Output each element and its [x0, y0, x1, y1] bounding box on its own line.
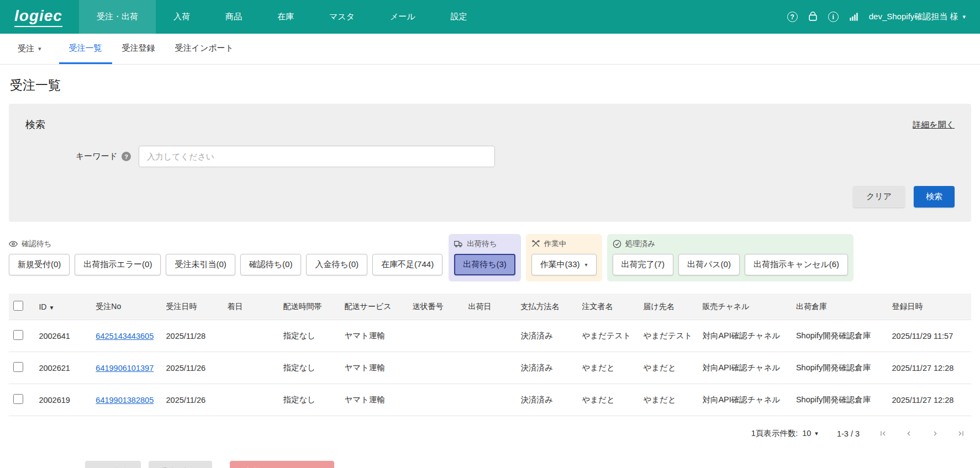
ship-cancel-button[interactable]: 出荷指示キャンセル	[230, 461, 334, 468]
cell-delivery-service: ヤマト運輸	[340, 320, 408, 352]
status-button-ship-cancel[interactable]: 出荷指示キャンセル(6)	[745, 254, 848, 275]
cell-warehouse: Shopify開発確認倉庫	[792, 320, 888, 352]
order-no-link[interactable]: 6419906101397	[96, 364, 154, 373]
cell-order-date: 2025/11/26	[162, 352, 223, 384]
subnav: 受注 ▾ 受注一覧 受注登録 受注インポート	[0, 34, 980, 65]
order-section-dropdown[interactable]: 受注 ▾	[10, 34, 49, 64]
order-confirm-button[interactable]: 受注確認 ▾	[149, 461, 213, 468]
search-title: 検索	[25, 118, 45, 131]
status-group-title: 処理済み	[625, 239, 655, 249]
nav-item-settings[interactable]: 設定	[433, 0, 485, 34]
nav-item-mail[interactable]: メール	[372, 0, 433, 34]
logo-text: logiec	[14, 7, 62, 27]
cell-recipient: やまだテスト	[639, 320, 698, 352]
cell-ship-date	[464, 320, 517, 352]
cell-id: 2002621	[34, 352, 91, 384]
nav-item-master[interactable]: マスタ	[312, 0, 372, 34]
main-nav: 受注・出荷 入荷 商品 在庫 マスタ メール 設定	[79, 0, 485, 34]
nav-item-order-shipment[interactable]: 受注・出荷	[79, 0, 156, 34]
page-title: 受注一覧	[10, 77, 970, 94]
status-button-payment-waiting[interactable]: 入金待ち(0)	[306, 254, 367, 275]
last-page-icon[interactable]	[956, 429, 966, 438]
status-group-ship-waiting: 出荷待ち 出荷待ち(3)	[449, 234, 521, 281]
user-name: dev_Shopify確認担当 様	[869, 12, 958, 22]
chevron-down-icon: ▾	[962, 14, 966, 20]
pagination-range: 1-3 / 3	[837, 429, 860, 438]
sort-desc-icon: ▼	[49, 305, 54, 311]
row-checkbox[interactable]	[13, 362, 23, 372]
cell-orderer: やまだと	[577, 384, 639, 416]
next-page-icon[interactable]	[930, 429, 940, 438]
cell-arrival-date	[223, 384, 279, 416]
logiec-logo[interactable]: logiec	[0, 0, 79, 34]
cell-channel: 対向API確認チャネル	[698, 352, 792, 384]
cell-registered: 2025/11/27 12:28	[888, 384, 971, 416]
keyword-help-icon[interactable]: ?	[122, 152, 131, 161]
status-button-ship-error[interactable]: 出荷指示エラー(0)	[75, 254, 161, 275]
nav-item-products[interactable]: 商品	[208, 0, 260, 34]
order-table: ID▼ 受注No 受注日時 着日 配送時間帯 配送サービス 送状番号 出荷日 支…	[9, 294, 971, 416]
tools-icon	[531, 240, 540, 248]
cell-ship-date	[464, 384, 517, 416]
column-header-payment: 支払方法名	[516, 294, 577, 320]
cell-payment: 決済済み	[516, 384, 577, 416]
cell-registered: 2025/11/27 12:28	[888, 352, 971, 384]
chevron-down-icon: ▾	[38, 46, 41, 52]
select-all-checkbox[interactable]	[13, 301, 23, 311]
cell-payment: 決済済み	[516, 352, 577, 384]
info-icon[interactable]: i	[828, 12, 839, 22]
order-dropdown-label: 受注	[18, 44, 34, 54]
user-menu[interactable]: dev_Shopify確認担当 様 ▾	[869, 12, 966, 22]
csv-export-button[interactable]: CSV出力	[85, 461, 141, 468]
status-button-working[interactable]: 作業中(33) ▾	[531, 254, 597, 275]
signal-bars-icon[interactable]	[849, 12, 859, 22]
cell-delivery-service: ヤマト運輸	[340, 384, 408, 416]
status-button-ship-pass[interactable]: 出荷パス(0)	[678, 254, 740, 275]
cell-orderer: やまだテスト	[577, 320, 639, 352]
cell-orderer: やまだと	[577, 352, 639, 384]
status-button-ship-waiting[interactable]: 出荷待ち(3)	[454, 254, 515, 275]
column-header-id[interactable]: ID▼	[34, 294, 91, 320]
help-icon[interactable]: ?	[787, 12, 798, 22]
search-button[interactable]: 検索	[914, 186, 955, 208]
tab-order-list[interactable]: 受注一覧	[59, 34, 112, 64]
order-no-link[interactable]: 6425143443605	[96, 332, 154, 341]
prev-page-icon[interactable]	[904, 429, 914, 438]
cell-recipient: やまだと	[639, 384, 698, 416]
status-group-working: 作業中 作業中(33) ▾	[526, 234, 602, 281]
cell-registered: 2025/11/29 11:57	[888, 320, 971, 352]
keyword-input[interactable]	[139, 146, 495, 167]
row-checkbox[interactable]	[13, 330, 23, 340]
column-header-recipient: 届け先名	[639, 294, 698, 320]
cell-order-date: 2025/11/28	[162, 320, 223, 352]
cell-recipient: やまだと	[639, 352, 698, 384]
nav-item-inbound[interactable]: 入荷	[156, 0, 208, 34]
row-checkbox[interactable]	[13, 394, 23, 404]
truck-icon	[454, 240, 463, 248]
order-no-link[interactable]: 6419901382805	[96, 396, 154, 405]
status-button-stock-shortage[interactable]: 在庫不足(744)	[372, 254, 442, 275]
chevron-down-icon: ▾	[585, 262, 588, 268]
cell-delivery-time: 指定なし	[278, 384, 340, 416]
status-button-confirm-waiting[interactable]: 確認待ち(0)	[240, 254, 302, 275]
cell-warehouse: Shopify開発確認倉庫	[792, 384, 888, 416]
per-page-select[interactable]: 10 ▾	[802, 429, 818, 438]
cell-ship-date	[464, 352, 517, 384]
check-circle-icon	[613, 240, 621, 248]
clear-button[interactable]: クリア	[853, 186, 905, 208]
nav-item-inventory[interactable]: 在庫	[260, 0, 312, 34]
tab-order-import[interactable]: 受注インポート	[165, 34, 244, 64]
status-button-unallocated[interactable]: 受注未引当(0)	[166, 254, 235, 275]
cell-tracking-no	[408, 320, 464, 352]
status-group-title: 作業中	[544, 239, 567, 249]
status-button-ship-complete[interactable]: 出荷完了(7)	[613, 254, 673, 275]
status-button-new[interactable]: 新規受付(0)	[9, 254, 70, 275]
open-detail-link[interactable]: 詳細を開く	[913, 120, 955, 130]
column-header-delivery-service: 配送サービス	[340, 294, 408, 320]
tab-order-register[interactable]: 受注登録	[112, 34, 165, 64]
table-row: 2002619 6419901382805 2025/11/26 指定なし ヤマ…	[9, 384, 971, 416]
bag-icon[interactable]	[808, 12, 818, 22]
cell-payment: 決済済み	[516, 320, 577, 352]
column-header-order-no: 受注No	[91, 294, 161, 320]
first-page-icon[interactable]	[878, 429, 888, 438]
